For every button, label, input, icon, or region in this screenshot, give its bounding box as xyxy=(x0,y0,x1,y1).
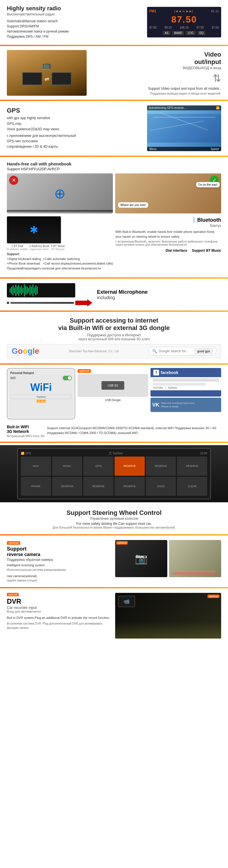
camera-images: 📷 optional xyxy=(115,540,221,577)
car-status-bar: 📶 GPS 🎵 TopNavi 12:00 xyxy=(21,452,207,455)
gps-menu-label[interactable]: Menu xyxy=(149,148,156,151)
video-screen-icon: 📺 xyxy=(42,61,52,70)
car-btn-navi[interactable]: NAVI xyxy=(21,457,51,476)
topnavi-label: TopNavi xyxy=(168,386,177,389)
google-search-input[interactable] xyxy=(159,349,193,353)
bt-bubble1: I'm on the way! xyxy=(196,182,220,187)
bt-image-left: ✕ ⊕ xyxy=(7,174,113,213)
car-btn-clear[interactable]: CLEAR xyxy=(177,477,207,496)
gps-feature2: GPS,chip xyxy=(7,121,143,127)
car-btn-reserve6[interactable]: RESERVE xyxy=(115,477,145,496)
radio-band-btn2[interactable]: BAND xyxy=(172,31,184,35)
section-wifi: Personal Hotspot WiFi WiFi TopNavi 📶📶📶 o… xyxy=(0,365,228,443)
video-text-block: Video out/input ВИДЕОВЫХОД и вход ⇅ Supp… xyxy=(91,51,221,95)
car-unit-screen: 📶 GPS 🎵 TopNavi 12:00 NAVI MUSIC APPS RE… xyxy=(17,448,211,499)
internet-desc-ru2: через встроенный Wifi или внешний 3G-клю… xyxy=(7,337,221,341)
google-search-button[interactable]: good gps xyxy=(195,348,213,354)
radio-time: 01 11 xyxy=(211,9,219,13)
wifi-vk-panel: VK https://vk.com/topic?act=mod Phone or… xyxy=(150,398,221,412)
dvr-subtitle: Car recorder input xyxy=(7,606,113,610)
mic-subtitle: including xyxy=(97,295,221,300)
bt-support-text: Support: +Digital keyboard dialing +Call… xyxy=(7,252,113,271)
car-btn-reserve1[interactable]: RESERVE xyxy=(115,457,145,476)
gps-speed-label: Speed xyxy=(211,148,219,151)
section-video: 📺 ⇌ Video out/input ВИДЕОВЫХОД и вход ⇅ … xyxy=(0,46,228,101)
wifi-label: WiFi xyxy=(10,377,16,380)
car-btn-music[interactable]: MUSIC xyxy=(52,457,82,476)
vk-url: https://vk.com/topic?act=mod xyxy=(161,402,194,405)
mic-arrow-icon xyxy=(75,299,92,307)
internet-title: Support accessing to internet xyxy=(7,317,221,324)
gps-feature3: Voice guidence/2D&3D map views xyxy=(7,127,143,132)
bt-item-1: 1 BT Dial bt набрать номер xyxy=(7,245,27,251)
radio-freq3: 106.10 xyxy=(180,26,189,29)
dvr-title-ru: Вход для автомагнитол xyxy=(7,610,113,613)
radio-display: FM1 |◄◄ •• ►►| 01 11 87.50 87.50 90.10 1… xyxy=(147,7,221,37)
car-btn-reserve2[interactable]: RESERVE xyxy=(146,457,176,476)
steering-desc: For more safety drivling life.Can suppor… xyxy=(7,522,221,526)
car-btn-reserve5[interactable]: RESERVE xyxy=(83,477,113,496)
radio-title-ru: Высокочувствительный радио xyxy=(7,12,141,16)
section-radio: Highly sensity radio Высокочувствительны… xyxy=(0,0,228,46)
wifi-3g-title: Buit-in WIFI 3G Network xyxy=(7,425,45,434)
dvr-optional-badge: optional xyxy=(7,593,19,596)
facebook-title: facebook xyxy=(161,370,178,375)
camera-desc1: Intelligent reversing system xyxy=(7,563,113,568)
radio-feature1: Automatic&Manual station serach xyxy=(7,19,141,24)
camera-desc2-ru: задняя камера (опция) xyxy=(7,578,113,583)
bt-logo-icon: ᛒ xyxy=(192,216,196,224)
facebook-content: YouTube | TopNavi xyxy=(150,377,221,390)
car-btn-apps[interactable]: APPS xyxy=(83,457,113,476)
camera-car-image xyxy=(169,540,221,577)
gps-feature3-ru: сопровождение / 2D & 3D-карты xyxy=(7,144,143,149)
google-search-icon: 🔍 xyxy=(152,349,157,353)
video-desc-ru: Поддержка вывода видео и ввода всех моде… xyxy=(91,92,221,95)
section-car-screen: 📶 GPS 🎵 TopNavi 12:00 NAVI MUSIC APPS RE… xyxy=(0,445,228,502)
bt-dial-screen: ✱ xyxy=(7,216,61,243)
camera-title-ru: Поддержка обратная камера xyxy=(7,558,113,562)
bt-images-row: ✕ ⊕ ✓ I'm on the way! Where are you now! xyxy=(7,174,221,213)
car-btn-reserve3[interactable]: RESERVE xyxy=(177,457,207,476)
car-btn-phone[interactable]: PHONE xyxy=(21,477,51,496)
video-desc-en: Support Video output and input from all … xyxy=(91,87,221,91)
bt-dial-symbol: ✱ xyxy=(30,224,38,236)
wifi-3g-text: Buit-in WIFI 3G Network Встроенный WiFi … xyxy=(0,425,228,441)
small-screen-right xyxy=(51,72,72,85)
dvr-optional-label: optional xyxy=(207,595,220,598)
car-btn-voice[interactable]: VOICE xyxy=(146,477,176,496)
radio-text-block: Highly sensity radio Высокочувствительны… xyxy=(7,5,141,39)
camera-optional-badge: optional xyxy=(7,541,20,545)
wifi-dongle-image: USB 3G xyxy=(78,374,148,397)
bt-symbol-icon: ⊕ xyxy=(54,185,66,202)
bt-item-3: 3 BT Music BT Музыка xyxy=(51,245,65,251)
wifi-phone-panel: Personal Hotspot WiFi WiFi TopNavi 📶📶📶 xyxy=(7,368,75,420)
gps-feature2-ru: GPS-чип голосовое xyxy=(7,138,143,144)
mic-arrow-area xyxy=(7,299,92,307)
bt-item-2: 2 Address Book Адресная книга xyxy=(29,245,49,251)
car-buttons-grid[interactable]: NAVI MUSIC APPS RESERVE RESERVE RESERVE … xyxy=(21,457,207,496)
bt-dial-label: Dial interface Support BT Music xyxy=(165,249,221,253)
steering-title-ru: Управление рулевым колесом xyxy=(7,517,221,521)
radio-eq-btn[interactable]: EQ xyxy=(197,31,205,35)
youtube-label: YouTube xyxy=(153,386,163,389)
gps-signal-icon: 📶 xyxy=(216,106,220,110)
bt-header-sub: Support HSP,HFP,A2DP,AVRCP xyxy=(7,167,60,171)
section-internet: Support accessing to internet via Built-… xyxy=(0,312,228,365)
camera-desc1-ru: Интеллектуальная система реверсирования xyxy=(7,568,113,572)
radio-band-btn[interactable]: AS xyxy=(163,31,170,35)
mic-plug-icon xyxy=(7,302,9,304)
car-btn-reserve4[interactable]: RESERVE xyxy=(52,477,82,496)
car-unit-body: 📶 GPS 🎵 TopNavi 12:00 NAVI MUSIC APPS RE… xyxy=(0,445,228,502)
dvr-desc1: Buit in DVR system.Plug an additional DV… xyxy=(7,615,113,620)
steering-title: Support Steering Wheel Control xyxy=(7,509,221,517)
bt-title-ru: блютуз xyxy=(210,224,221,228)
wifi-toggle[interactable] xyxy=(63,376,72,380)
radio-frequency: 87.50 xyxy=(149,14,219,25)
radio-loc-btn[interactable]: LOC xyxy=(186,31,196,35)
google-logo: Google xyxy=(12,347,39,356)
section-steering: Support Steering Wheel Control Управлени… xyxy=(0,504,228,535)
wifi-optional-badge: optional xyxy=(78,369,91,373)
steering-desc-ru: Для большей безопасности жизни.Может под… xyxy=(7,526,221,529)
google-search-bar: Google Shenzhen Top New Electronic, Co.,… xyxy=(7,344,221,358)
small-screen-left xyxy=(22,72,42,85)
